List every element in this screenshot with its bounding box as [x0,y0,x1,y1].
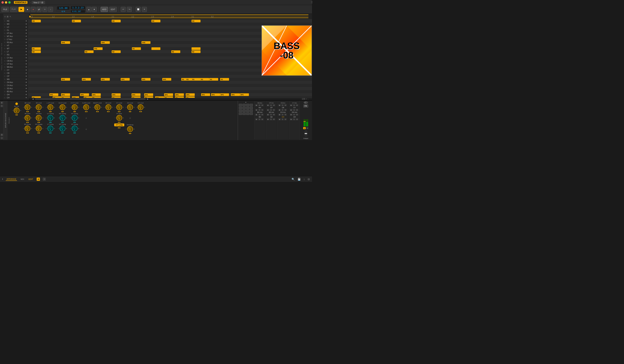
clip-G1-11[interactable]: G1 [209,78,218,81]
pad-10[interactable] [242,110,246,112]
edit-mode-indicator[interactable]: ▤ [37,178,40,181]
cy-long-button[interactable]: CY Long [114,123,124,126]
cb-acc-play[interactable]: ▶ [278,104,281,106]
cp-acc-play[interactable]: ▶ [267,104,269,106]
ch-solo[interactable]: S [281,118,284,120]
cb-mute2[interactable]: M [284,109,287,111]
oh-acc-play[interactable]: ▶ [290,114,292,116]
lt-tuning-minus[interactable]: − [46,127,47,130]
clip-E2-1[interactable]: E2 [32,50,41,53]
pad-grid[interactable] [239,104,253,115]
stop-button[interactable]: ■ [25,7,30,12]
acc-vol-knob[interactable] [14,108,20,113]
cb-minus[interactable]: − [104,106,105,109]
ma-acc-play[interactable]: ▶ [255,104,258,106]
clrs-plus[interactable]: + [89,106,91,109]
oh-decay-minus[interactable]: − [125,128,127,130]
lt-tuning-knob[interactable] [48,126,53,131]
lct-level-knob[interactable] [48,104,53,110]
clip-G2-3[interactable]: G#2 [141,41,151,44]
sd-level-minus[interactable]: − [34,106,35,109]
sd-acc-solo[interactable]: S [270,114,272,116]
grid-content[interactable]: D3 D3 D3 D3 D3 G#2 G#2 G#2 F2 F#2 F2 E2 … [28,20,312,100]
cp-acc-solo[interactable]: S [270,104,272,106]
bd-solo[interactable]: S [258,118,261,120]
clip-D1-oh-14[interactable]: D#1 [231,93,240,96]
clip-F2-4[interactable] [151,47,160,50]
sd-play[interactable]: ▶ [267,118,269,120]
sd-solo[interactable]: S [270,118,272,120]
pad-9[interactable] [239,110,242,112]
bd-tone-plus[interactable]: + [31,116,32,119]
search-icon[interactable]: 🔍 [292,178,295,181]
bd-mute[interactable]: M [261,118,263,120]
clip-F2-2[interactable]: F#2 [94,47,103,50]
grid-area[interactable]: 1.1 1.2 1.3 1.4 2.1 2.2 2.3 2.4 3.1 3.2 [28,14,312,100]
arrange-tab[interactable]: ARRANGE [6,178,17,181]
master-mute[interactable]: M [306,127,309,129]
clip-E2-4[interactable]: E2 [171,50,180,53]
overdub-button[interactable]: ⊕ [42,7,47,12]
hc-tuning-plus[interactable]: + [78,116,79,119]
capture-button[interactable]: ⬜ [136,7,141,12]
bd-acc-solo[interactable]: S [258,114,261,116]
cy-play2[interactable]: ▶ [290,109,292,111]
cb-plus[interactable]: + [112,106,113,109]
clip-D1-oh-7[interactable]: D#1 [144,93,153,96]
clip-D1-oh-5[interactable]: D#1 [112,93,121,96]
file-button[interactable]: FILE [1,7,9,12]
bd-decay-minus[interactable]: − [23,127,24,130]
sd-acc-play[interactable]: ▶ [267,114,269,116]
save-icon[interactable]: 💾 [298,178,301,181]
clip-D1-oh-2[interactable]: D#1 [61,93,70,96]
clip-D1-oh-9[interactable]: D#1 [175,93,184,96]
oh-decay-plus[interactable]: + [133,128,135,130]
lt-tuning-plus[interactable]: + [54,127,55,130]
output-fader[interactable] [304,130,308,137]
close-btn[interactable] [1,1,4,4]
edit-tab[interactable]: EDIT [28,178,34,181]
device-icon[interactable]: ⊞ [0,101,3,104]
clip-D3-3[interactable]: D3 [112,20,121,22]
clip-G1-10[interactable]: G1 [200,78,209,81]
cy-tone-minus[interactable]: − [115,116,116,119]
clrs-minus[interactable]: − [81,106,83,109]
ch-level-minus[interactable]: − [136,106,137,109]
mix-tab[interactable]: MIX [20,178,25,181]
horizontal-scrollbar[interactable]: ◀ ▶ 1/16 + - [28,98,312,100]
lct-plus[interactable]: + [54,106,55,109]
oh-solo[interactable]: S [293,118,295,120]
macp-plus[interactable]: + [101,106,102,109]
oh-acc-solo[interactable]: S [293,114,295,116]
mct-level-knob[interactable] [60,104,65,110]
ch-acc-solo[interactable]: S [281,114,284,116]
clip-E2-2[interactable]: E2 [84,50,94,53]
ma-mute2[interactable]: M [261,109,263,111]
fader-handle[interactable] [305,133,307,134]
ht-tuning-minus[interactable]: − [70,127,71,130]
bd-decay-knob[interactable] [25,126,30,131]
cy-level-minus[interactable]: − [115,106,116,109]
pad-15[interactable] [246,113,249,115]
cy-tone-plus[interactable]: + [123,116,124,119]
clip-G1-5[interactable]: G#1 [141,78,151,81]
grid-view-icon[interactable]: ⊞ [7,15,8,18]
clip-E2-3[interactable]: E2 [112,50,121,53]
macp-level-knob[interactable] [95,104,100,110]
clip-D1-oh-13[interactable]: D#1 [220,93,229,96]
ma-acc-mute[interactable]: M [261,104,263,106]
sd-tone-plus[interactable]: + [42,116,43,119]
ch-acc-play[interactable]: ▶ [278,114,281,116]
info-icon[interactable]: ℹ [2,178,3,180]
sd-level-plus[interactable]: + [42,106,43,109]
cb-acc-solo[interactable]: S [281,104,284,106]
clip-D1-oh-10[interactable]: D#1 [186,93,195,96]
oh-level-plus[interactable]: + [133,106,135,109]
pad-11[interactable] [246,110,249,112]
lc-tuning-plus[interactable]: + [54,116,55,119]
clip-F2-1[interactable]: F2 [32,47,41,50]
auto-button[interactable]: ↕ [48,7,53,12]
clip-D1-oh-15[interactable]: D#1 [240,93,249,96]
cursor-icon[interactable]: ↖ [10,15,11,18]
lc-tuning-knob[interactable] [48,115,53,121]
